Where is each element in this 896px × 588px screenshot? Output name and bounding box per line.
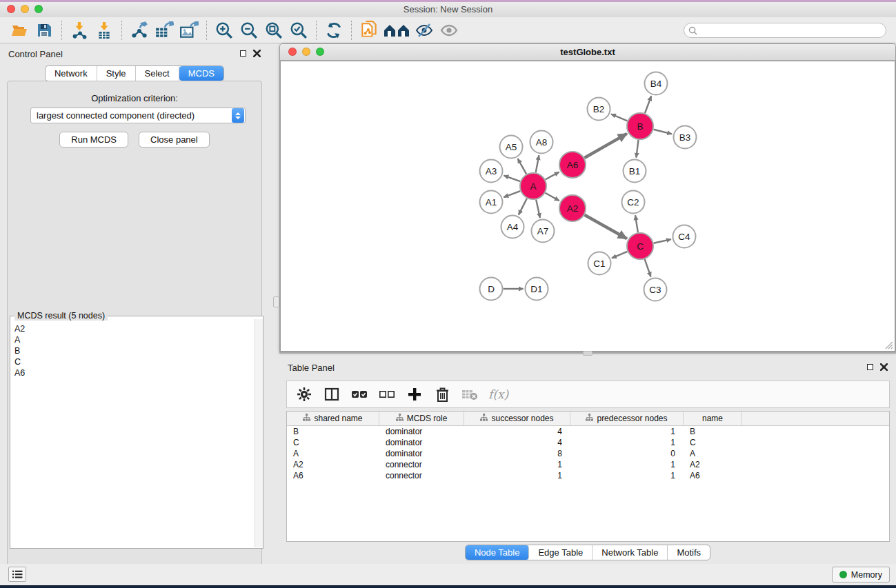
clone-network-button[interactable] xyxy=(357,19,381,41)
close-table-panel-icon[interactable] xyxy=(880,363,888,371)
export-image-button[interactable] xyxy=(177,19,201,41)
import-table-button[interactable] xyxy=(92,19,117,41)
network-zoom-button[interactable] xyxy=(316,48,324,56)
tab-network[interactable]: Network xyxy=(46,66,97,81)
graph-node-label: A2 xyxy=(567,203,579,214)
first-neighbors-icon xyxy=(383,22,410,39)
list-icon xyxy=(12,569,23,579)
task-history-button[interactable] xyxy=(8,567,26,582)
table-row[interactable]: A2connector11A2 xyxy=(287,459,889,470)
tab-edge-table[interactable]: Edge Table xyxy=(529,545,593,560)
tab-network-table[interactable]: Network Table xyxy=(593,545,668,560)
network-minimize-button[interactable] xyxy=(302,48,310,56)
zoom-fit-button[interactable] xyxy=(261,19,286,41)
zoom-out-button[interactable] xyxy=(237,19,261,41)
float-table-panel-icon[interactable] xyxy=(867,364,873,370)
plus-icon xyxy=(408,387,421,401)
memory-button[interactable]: Memory xyxy=(832,567,890,582)
export-table-button[interactable] xyxy=(152,19,177,41)
graph-edge-B-B2[interactable] xyxy=(611,114,628,121)
mcds-result-item[interactable]: A6 xyxy=(14,367,255,378)
mcds-result-item[interactable]: A xyxy=(14,334,255,345)
network-close-button[interactable] xyxy=(288,48,297,56)
zoom-window-button[interactable] xyxy=(34,5,43,13)
run-mcds-button[interactable]: Run MCDS xyxy=(59,132,128,148)
zoom-selected-icon xyxy=(290,21,308,39)
mcds-result-item[interactable]: A2 xyxy=(14,323,255,334)
graph-node-label: C3 xyxy=(649,285,661,295)
save-session-button[interactable] xyxy=(32,19,57,41)
graph-edge-A-A4[interactable] xyxy=(519,199,527,215)
select-all-button[interactable] xyxy=(350,385,368,403)
table-cell: 8 xyxy=(464,448,570,459)
graph-edge-A-A1[interactable] xyxy=(504,191,520,197)
mcds-result-item[interactable]: C xyxy=(14,356,255,367)
column-header-shared-name[interactable]: shared name xyxy=(287,412,379,425)
zoom-selected-button[interactable] xyxy=(286,19,311,41)
graph-edge-C-C3[interactable] xyxy=(645,259,651,277)
optimization-select[interactable]: largest connected component (directed) xyxy=(30,108,246,123)
graph-edge-B-B4[interactable] xyxy=(645,96,651,113)
unselect-all-button[interactable] xyxy=(378,385,396,403)
graph-edge-B-B1[interactable] xyxy=(636,140,638,158)
column-header-mcds-role[interactable]: MCDS role xyxy=(379,412,464,425)
refresh-button[interactable] xyxy=(321,19,346,41)
open-file-button[interactable] xyxy=(7,19,32,41)
column-header-predecessor-nodes[interactable]: predecessor nodes xyxy=(570,412,684,425)
table-row[interactable]: Bdominator41B xyxy=(287,426,889,437)
add-column-button[interactable] xyxy=(406,385,424,403)
memory-label: Memory xyxy=(851,570,882,580)
delete-column-button[interactable] xyxy=(433,385,451,403)
first-neighbors-button[interactable] xyxy=(381,19,412,41)
close-window-button[interactable] xyxy=(7,5,15,13)
graph-edge-C-C1[interactable] xyxy=(612,252,628,258)
graph-edge-A-A5[interactable] xyxy=(518,159,527,174)
tab-mcds[interactable]: MCDS xyxy=(179,66,223,81)
graph-edge-C-C4[interactable] xyxy=(654,239,671,243)
graph-edge-A2-C[interactable] xyxy=(584,215,626,239)
graph-node-label: B xyxy=(637,121,643,132)
table-cell: A xyxy=(684,448,742,459)
tab-select[interactable]: Select xyxy=(136,66,179,81)
graph-edge-C-C2[interactable] xyxy=(635,215,638,232)
table-cell: connector xyxy=(379,459,464,470)
show-all-button[interactable] xyxy=(437,19,461,41)
column-header-name[interactable]: name xyxy=(684,412,742,425)
split-panel-button[interactable] xyxy=(323,385,341,403)
graph-edge-A6-B[interactable] xyxy=(584,134,627,158)
close-panel-icon[interactable] xyxy=(253,50,261,57)
tab-node-table[interactable]: Node Table xyxy=(466,545,530,560)
vertical-split-handle[interactable] xyxy=(273,296,279,307)
graph-edge-A-A2[interactable] xyxy=(545,193,559,201)
horizontal-split-handle[interactable] xyxy=(583,351,593,356)
import-network-button[interactable] xyxy=(67,19,92,41)
hide-selected-button[interactable] xyxy=(412,19,437,41)
mcds-result-item[interactable]: B xyxy=(14,345,255,356)
table-row[interactable]: Cdominator41C xyxy=(287,437,889,448)
table-row[interactable]: Adominator80A xyxy=(287,448,889,459)
graph-edge-A-A3[interactable] xyxy=(504,176,520,182)
select-all-icon xyxy=(351,390,368,398)
table-cell: 1 xyxy=(570,470,684,481)
tab-motifs[interactable]: Motifs xyxy=(668,545,710,560)
table-row[interactable]: A6connector11A6 xyxy=(287,470,889,481)
search-input[interactable] xyxy=(684,23,886,38)
network-canvas[interactable]: B4B2BB3A5A8A6A3B1AA1C2A2A4A7C4CC1C3DD1 xyxy=(280,61,895,352)
graph-edge-A-A7[interactable] xyxy=(536,200,540,218)
minimize-window-button[interactable] xyxy=(21,5,29,13)
float-panel-icon[interactable] xyxy=(240,50,246,57)
table-settings-button[interactable] xyxy=(295,385,313,403)
control-panel-tabs: NetworkStyleSelectMCDS xyxy=(0,65,269,81)
resize-grip-icon[interactable] xyxy=(884,340,893,349)
result-scrollbar[interactable] xyxy=(255,319,263,547)
zoom-in-button[interactable] xyxy=(212,19,237,41)
export-network-button[interactable] xyxy=(127,19,152,41)
save-session-icon xyxy=(36,22,52,39)
graph-edge-A-A6[interactable] xyxy=(546,172,559,180)
tab-style[interactable]: Style xyxy=(97,66,136,81)
graph-edge-A-A8[interactable] xyxy=(536,155,539,172)
graph-edge-B-B3[interactable] xyxy=(653,130,672,134)
table-cell: C xyxy=(684,437,742,448)
column-header-successor-nodes[interactable]: successor nodes xyxy=(464,412,570,425)
close-panel-button[interactable]: Close panel xyxy=(139,132,210,148)
